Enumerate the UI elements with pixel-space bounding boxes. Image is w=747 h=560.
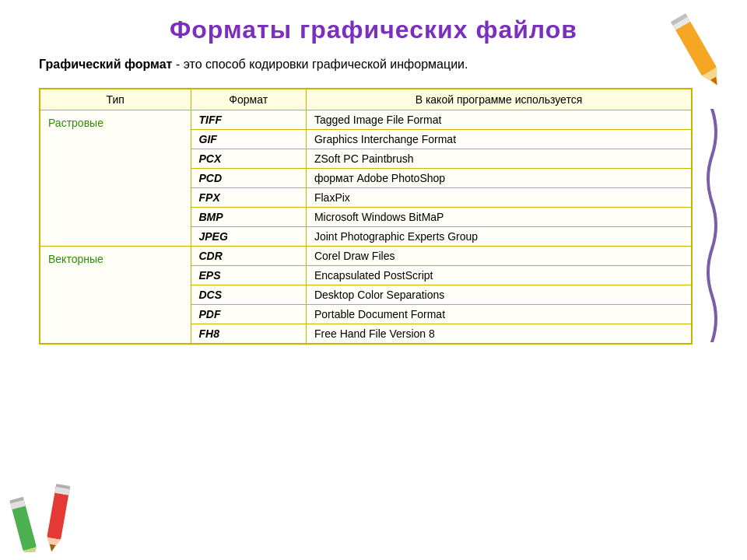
format-cell: TIFF [191, 110, 306, 130]
col-header-usage: В какой программе используется [306, 89, 692, 110]
formats-table: Тип Формат В какой программе используетс… [39, 88, 693, 345]
format-cell: JPEG [191, 227, 306, 247]
format-cell: FH8 [191, 324, 306, 345]
format-cell: PDF [191, 305, 306, 324]
table-row: РастровыеTIFFTagged Image File Format [40, 110, 692, 130]
subtitle: Графический формат - это способ кодировк… [39, 55, 716, 74]
format-cell: GIF [191, 130, 306, 149]
format-cell: PCX [191, 149, 306, 169]
description-cell: FlaxPix [306, 188, 692, 208]
format-cell: BMP [191, 208, 306, 227]
format-cell: FPX [191, 188, 306, 208]
description-cell: Encapsulated PostScript [306, 266, 692, 285]
description-cell: Graphics Interchange Format [306, 130, 692, 149]
pencil-top-right-icon [669, 8, 731, 101]
description-cell: Portable Document Format [306, 305, 692, 324]
format-cell: DCS [191, 285, 306, 305]
subtitle-bold: Графический формат [39, 58, 172, 71]
description-cell: Tagged Image File Format [306, 110, 692, 130]
description-cell: ZSoft PC Paintbrush [306, 149, 692, 169]
table-header-row: Тип Формат В какой программе используетс… [40, 89, 692, 110]
description-cell: Joint Photographic Experts Group [306, 227, 692, 247]
page-title: Форматы графических файлов [31, 16, 716, 44]
format-cell: EPS [191, 266, 306, 285]
format-cell: PCD [191, 169, 306, 188]
col-header-type: Тип [40, 89, 191, 110]
wavy-line-decoration [700, 109, 724, 342]
description-cell: Desktop Color Separations [306, 285, 692, 305]
type-cell: Растровые [40, 110, 191, 247]
table-row: ВекторныеCDRCorel Draw Files [40, 247, 692, 266]
description-cell: Microsoft Windows BitMaP [306, 208, 692, 227]
page-container: Форматы графических файлов Графический ф… [0, 0, 747, 560]
type-cell: Векторные [40, 247, 191, 345]
col-header-format: Формат [191, 89, 306, 110]
description-cell: Corel Draw Files [306, 247, 692, 266]
pencil-bottom-left-icon [8, 482, 109, 552]
subtitle-rest: - это способ кодировки графической инфор… [172, 58, 468, 71]
description-cell: Free Hand File Version 8 [306, 324, 692, 345]
description-cell: формат Adobe PhotoShop [306, 169, 692, 188]
format-cell: CDR [191, 247, 306, 266]
